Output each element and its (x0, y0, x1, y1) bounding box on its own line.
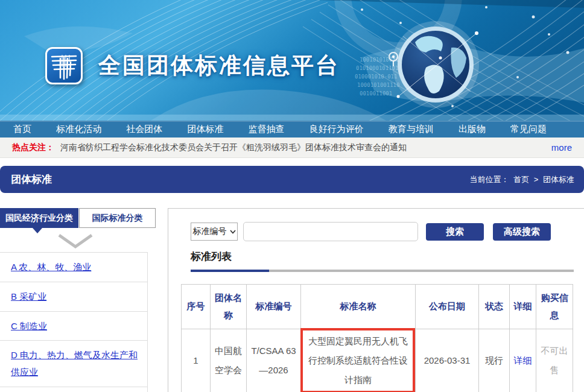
section-header-bar: 团体标准 当前位置： 首页 > 团体标准 (0, 166, 584, 193)
breadcrumb-current: 团体标准 (543, 175, 574, 184)
hot-topic-bar: 热点关注： 河南省纺织工程学会标准化技术委员会关于召开《粗洗羽绒羽毛》团体标准技… (0, 138, 584, 158)
select-caret-icon (230, 230, 236, 234)
header-name: 标准名称 (301, 285, 416, 329)
cell-purchase: 不可出售 (536, 329, 573, 392)
header-org: 团体名称 (211, 285, 247, 329)
purchase-status: 不可出售 (541, 346, 568, 375)
svg-text:0010011001: 0010011001 (360, 90, 392, 96)
nav-item-home[interactable]: 首页 (13, 124, 31, 135)
cell-date: 2026-03-31 (416, 329, 479, 392)
svg-text:1000101001110: 1000101001110 (357, 82, 399, 88)
chevron-down-icon (57, 233, 94, 249)
hot-topic-news-link[interactable]: 河南省纺织工程学会标准化技术委员会关于召开《粗洗羽绒羽毛》团体标准技术审查会的通… (60, 142, 551, 153)
active-tab-pointer (33, 228, 42, 233)
table-header-row: 序号 团体名称 标准编号 标准名称 公布日期 状态 详细 购买信息 (182, 285, 573, 329)
header-detail: 详细 (510, 285, 536, 329)
search-button[interactable]: 搜索 (426, 223, 484, 241)
list-title-underline-accent (191, 270, 269, 272)
list-item: C 制造业 (0, 311, 147, 341)
header-seq: 序号 (182, 285, 211, 329)
standards-table: 序号 团体名称 标准编号 标准名称 公布日期 状态 详细 购买信息 1 中国航空… (181, 284, 573, 392)
site-title: 全国团体标准信息平台 (98, 51, 340, 81)
svg-text:0101000101101: 0101000101101 (356, 65, 398, 71)
main-nav: 首页 标准化活动 社会团体 团体标准 监督抽查 良好行为评价 教育与培训 出版物… (0, 121, 584, 138)
breadcrumb-separator: > (534, 175, 539, 184)
search-type-select[interactable]: 标准编号 (191, 223, 238, 241)
nav-item-publications[interactable]: 出版物 (459, 124, 486, 135)
category-list: A 农、林、牧、渔业 B 采矿业 C 制造业 D 电力、热力、燃气及水生产和供应… (0, 252, 148, 392)
header-banner: 100101010011 0101000101101 010001010-011… (0, 0, 584, 121)
header-date: 公布日期 (416, 285, 479, 329)
nav-item-faq[interactable]: 常见问题 (510, 124, 547, 135)
hot-topic-label: 热点关注： (12, 142, 54, 153)
list-title: 标准列表 (191, 250, 232, 264)
breadcrumb-label: 当前位置： (470, 175, 509, 184)
list-item: B 采矿业 (0, 282, 147, 311)
cell-seq: 1 (182, 329, 211, 392)
category-link-d[interactable]: D 电力、热力、燃气及水生产和供应业 (11, 350, 138, 377)
header-status: 状态 (479, 285, 510, 329)
tab-international-classification[interactable]: 国际标准分类 (79, 208, 156, 228)
cell-standard-name: 大型固定翼民用无人机飞行控制系统适航符合性设计指南 (301, 329, 416, 392)
nav-item-social-organizations[interactable]: 社会团体 (126, 124, 162, 135)
breadcrumb: 当前位置： 首页 > 团体标准 (469, 174, 576, 185)
cell-detail: 详细 (510, 329, 536, 392)
nav-item-supervision[interactable]: 监督抽查 (249, 124, 285, 135)
standards-panel: 标准编号 搜索 高级搜索 标准列表 序号 团体名称 标准编号 标准名称 公布日期… (168, 208, 584, 392)
nav-item-good-practice[interactable]: 良好行为评价 (309, 124, 364, 135)
svg-text:010001010-011: 010001010-011 (355, 74, 397, 80)
category-link-a[interactable]: A 农、林、牧、渔业 (11, 262, 91, 272)
list-title-underline (269, 270, 574, 272)
page-title: 团体标准 (11, 172, 52, 186)
list-item: D 电力、热力、燃气及水生产和供应业 (0, 340, 147, 387)
header-code: 标准编号 (247, 285, 301, 329)
advanced-search-button[interactable]: 高级搜索 (493, 223, 551, 241)
search-type-value: 标准编号 (193, 226, 227, 237)
cell-org: 中国航空学会 (211, 329, 247, 392)
breadcrumb-home-link[interactable]: 首页 (513, 175, 529, 184)
table-row: 1 中国航空学会 T/CSAA 63—2026 大型固定翼民用无人机飞行控制系统… (182, 329, 573, 392)
category-link-b[interactable]: B 采矿业 (11, 291, 46, 302)
more-link[interactable]: more (551, 142, 572, 153)
cell-status: 现行 (479, 329, 510, 392)
category-link-c[interactable]: C 制造业 (11, 321, 47, 331)
list-item: A 农、林、牧、渔业 (0, 252, 147, 282)
nav-item-standardization-activities[interactable]: 标准化活动 (56, 124, 101, 135)
list-item: E 建筑业 (0, 387, 147, 392)
cell-code: T/CSAA 63—2026 (247, 329, 301, 392)
platform-logo[interactable] (45, 47, 83, 84)
search-input[interactable] (243, 222, 418, 241)
nav-item-education[interactable]: 教育与培训 (389, 124, 434, 135)
nav-item-group-standards[interactable]: 团体标准 (187, 124, 223, 135)
detail-link[interactable]: 详细 (514, 355, 532, 365)
header-purchase: 购买信息 (536, 285, 573, 329)
tab-national-economy-classification[interactable]: 国民经济行业分类 (0, 208, 78, 228)
